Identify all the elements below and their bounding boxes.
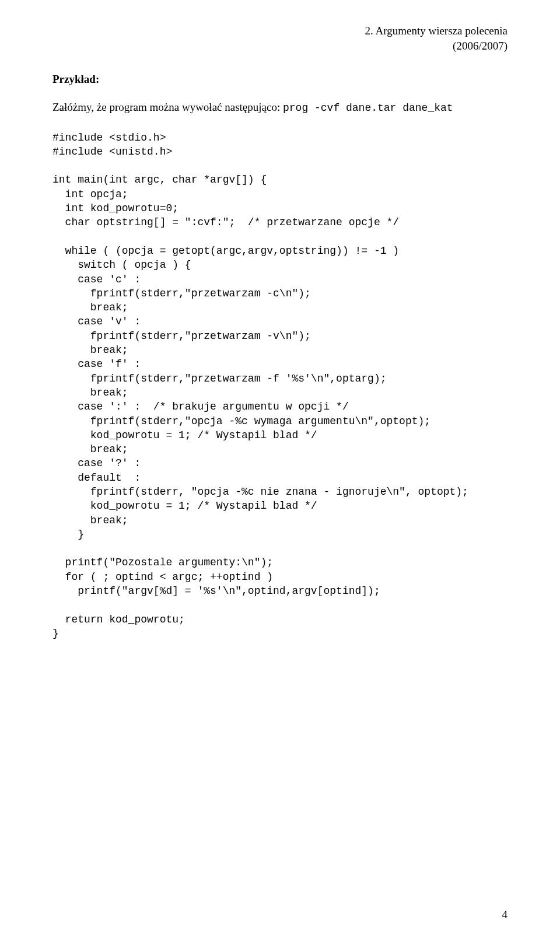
document-page: 2. Argumenty wiersza polecenia (2006/200… <box>0 0 560 941</box>
header-line-1: 2. Argumenty wiersza polecenia <box>365 25 508 37</box>
header-line-2: (2006/2007) <box>453 40 508 52</box>
intro-code: prog -cvf dane.tar dane_kat <box>283 102 453 114</box>
intro-text: Załóżmy, że program można wywołać następ… <box>52 101 283 113</box>
code-listing: #include <stdio.h> #include <unistd.h> i… <box>52 131 508 641</box>
header-block: 2. Argumenty wiersza polecenia (2006/200… <box>52 23 508 53</box>
page-number: 4 <box>502 908 508 921</box>
section-title: Przykład: <box>52 73 508 86</box>
intro-line: Załóżmy, że program można wywołać następ… <box>52 101 508 115</box>
